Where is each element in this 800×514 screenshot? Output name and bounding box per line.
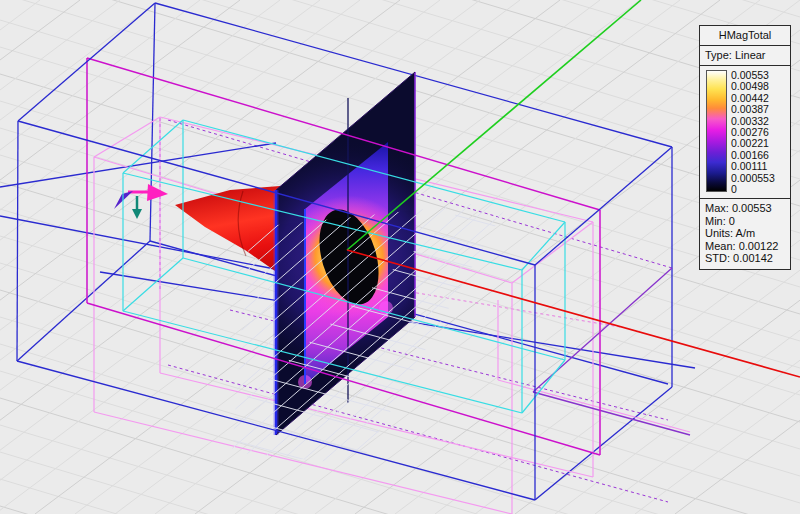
cs-x-arrow-icon bbox=[147, 184, 168, 201]
scale-value: 0.00111 bbox=[731, 161, 775, 171]
legend-scale: 0.005530.004980.004420.003870.003320.002… bbox=[700, 66, 790, 199]
stat-line: Min: 0 bbox=[705, 215, 785, 228]
legend-scale-values: 0.005530.004980.004420.003870.003320.002… bbox=[731, 70, 775, 194]
scale-value: 0.00387 bbox=[731, 104, 775, 114]
stat-line: STD: 0.00142 bbox=[705, 252, 785, 265]
scale-value: 0.00276 bbox=[731, 127, 775, 137]
scale-value: 0.00332 bbox=[731, 116, 775, 126]
scale-value: 0.000553 bbox=[731, 173, 775, 183]
legend-colorbar bbox=[706, 70, 727, 192]
scale-value: 0.00498 bbox=[731, 81, 775, 91]
legend-title: HMagTotal bbox=[700, 26, 790, 46]
scale-value: 0.00553 bbox=[731, 70, 775, 80]
stat-line: Max: 0.00553 bbox=[705, 202, 785, 215]
hfss-3d-viewport-window: { "viewport": {"background": "#ebebeb"},… bbox=[0, 0, 800, 514]
cs-z-arrow-icon bbox=[132, 209, 142, 219]
scale-value: 0.00442 bbox=[731, 93, 775, 103]
field-legend: HMagTotal Type: Linear 0.005530.004980.0… bbox=[699, 25, 791, 270]
viewport-3d[interactable] bbox=[0, 0, 800, 514]
scale-value: 0 bbox=[731, 184, 775, 194]
legend-stats: Max: 0.00553Min: 0Units: A/mMean: 0.0012… bbox=[700, 199, 790, 269]
legend-type-label: Type: Linear bbox=[700, 46, 790, 66]
scale-value: 0.00221 bbox=[731, 138, 775, 148]
stat-line: Units: A/m bbox=[705, 227, 785, 240]
stat-line: Mean: 0.00122 bbox=[705, 240, 785, 253]
scale-value: 0.00166 bbox=[731, 150, 775, 160]
